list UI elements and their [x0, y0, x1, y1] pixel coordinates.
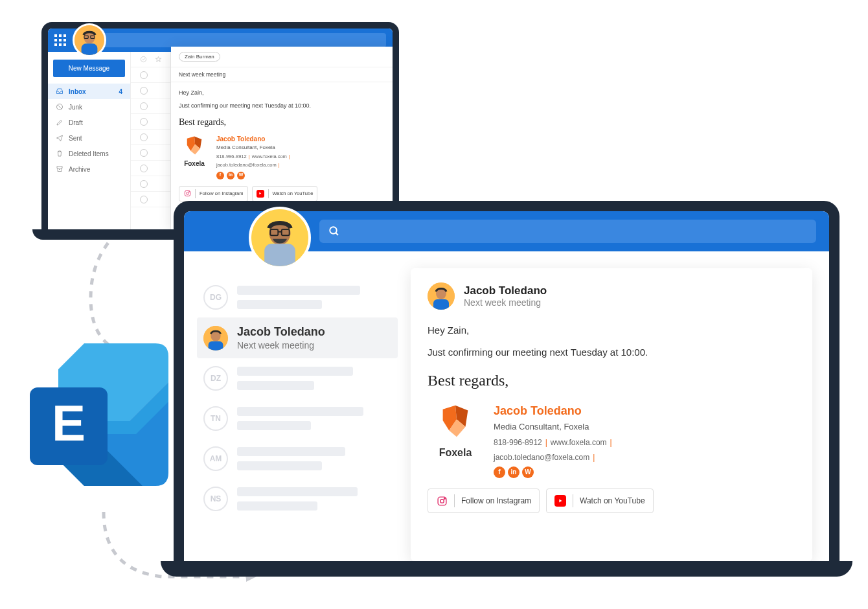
svg-rect-20: [209, 341, 223, 350]
svg-rect-23: [433, 299, 449, 310]
signature-email[interactable]: jacob.toledano@foxela.com: [494, 453, 589, 462]
list-row[interactable]: [131, 161, 170, 176]
signature-website[interactable]: www.foxela.com: [551, 438, 607, 447]
facebook-icon[interactable]: f: [494, 466, 505, 478]
avatar-placeholder: AM: [203, 446, 228, 471]
svg-point-7: [141, 56, 146, 62]
recipient-chip[interactable]: Zain Burman: [179, 52, 220, 62]
search-input[interactable]: [319, 220, 816, 243]
signature-contact-row: 818-996-8912|www.foxela.com|: [494, 437, 615, 449]
compose-body[interactable]: Hey Zain, Just confirming our meeting ne…: [171, 82, 393, 208]
list-row[interactable]: [131, 130, 170, 145]
list-header: [131, 52, 170, 67]
inbox-icon: [56, 87, 63, 95]
cta-label: Watch on YouTube: [580, 495, 645, 507]
linkedin-icon[interactable]: in: [227, 172, 234, 179]
signature-contact-row: 818-996-8912|www.foxela.com|: [216, 153, 292, 160]
sidebar-item-junk[interactable]: Junk: [48, 99, 130, 115]
sidebar-label: Deleted Items: [69, 150, 109, 157]
sidebar-label: Archive: [69, 166, 90, 173]
youtube-icon: [258, 191, 262, 196]
cta-label: Follow on Instagram: [461, 495, 531, 507]
apps-grid-icon[interactable]: [54, 34, 66, 46]
sidebar-item-archive[interactable]: Archive: [48, 161, 130, 177]
sidebar-label: Junk: [69, 104, 82, 111]
body-line: Just confirming our meeting next Tuesday…: [179, 102, 385, 111]
body-greeting: Hey Zain,: [428, 323, 795, 338]
signature-title: Media Consultant, Foxela: [494, 420, 615, 434]
email-signature: Foxela Jacob Toledano Media Consultant, …: [179, 134, 385, 179]
signature-signoff: Best regards,: [428, 368, 795, 393]
sidebar-item-draft[interactable]: Draft: [48, 115, 130, 130]
list-item[interactable]: DZ: [197, 358, 398, 398]
svg-rect-13: [82, 43, 98, 55]
sidebar-item-sent[interactable]: Sent: [48, 130, 130, 146]
from-subject: Next week meeting: [464, 297, 547, 308]
reading-pane: Jacob Toledano Next week meeting Hey Zai…: [404, 251, 829, 561]
youtube-cta-button[interactable]: Watch on YouTube: [546, 488, 654, 513]
svg-point-26: [444, 498, 445, 500]
svg-line-17: [336, 233, 338, 235]
instagram-cta-button[interactable]: Follow on Instagram: [179, 186, 248, 201]
body-greeting: Hey Zain,: [179, 89, 385, 98]
check-circle-icon[interactable]: [140, 56, 147, 63]
folder-sidebar: New Message Inbox 4 Junk Draft Sent: [48, 52, 131, 229]
archive-icon: [56, 165, 63, 173]
sidebar-label: Sent: [69, 135, 82, 142]
foxela-logo-icon: [435, 402, 475, 442]
sidebar-item-deleted[interactable]: Deleted Items: [48, 146, 130, 161]
instagram-icon: [437, 496, 448, 507]
sender-avatar: [203, 326, 228, 350]
list-row[interactable]: [131, 176, 170, 192]
instagram-cta-button[interactable]: Follow on Instagram: [428, 488, 540, 513]
svg-rect-29: [264, 244, 295, 266]
sidebar-label: Draft: [69, 119, 83, 126]
linkedin-icon[interactable]: in: [508, 466, 520, 478]
email-signature: Foxela Jacob Toledano Media Consultant, …: [428, 402, 795, 478]
wordpress-icon[interactable]: W: [522, 466, 534, 478]
signature-website[interactable]: www.foxela.com: [252, 154, 287, 159]
draft-icon: [56, 119, 63, 126]
sidebar-label: Inbox: [69, 88, 86, 95]
list-item[interactable]: AM: [197, 439, 398, 479]
svg-point-16: [330, 227, 337, 234]
list-item-selected[interactable]: Jacob Toledano Next week meeting: [197, 317, 398, 358]
list-item[interactable]: TN: [197, 398, 398, 439]
sender-avatar: [428, 282, 455, 310]
trash-icon: [56, 150, 63, 157]
signature-phone: 818-996-8912: [494, 438, 542, 447]
list-item[interactable]: NS: [197, 479, 398, 519]
message-body: Hey Zain, Just confirming our meeting ne…: [428, 323, 795, 513]
avatar-placeholder: DG: [203, 285, 228, 310]
wordpress-icon[interactable]: W: [237, 172, 245, 179]
cta-buttons: Follow on Instagram Watch on YouTube: [428, 488, 795, 513]
sent-icon: [56, 134, 63, 142]
message-header: Jacob Toledano Next week meeting: [428, 282, 795, 310]
svg-point-9: [186, 192, 188, 195]
list-row[interactable]: [131, 145, 170, 161]
signature-email-row: jacob.toledano@foxela.com|: [216, 161, 292, 168]
avatar-placeholder: TN: [203, 406, 228, 431]
svg-point-25: [440, 500, 444, 503]
list-row[interactable]: [131, 192, 170, 207]
search-input[interactable]: [82, 33, 386, 47]
sidebar-item-inbox[interactable]: Inbox 4: [48, 84, 130, 99]
new-message-button[interactable]: New Message: [53, 60, 125, 77]
facebook-icon[interactable]: f: [216, 172, 224, 179]
list-row[interactable]: [131, 83, 170, 98]
to-field[interactable]: Zain Burman: [171, 47, 393, 67]
youtube-cta-button[interactable]: Watch on YouTube: [252, 186, 318, 201]
signature-signoff: Best regards,: [179, 115, 385, 129]
cta-label: Follow on Instagram: [200, 190, 244, 197]
signature-brand: Foxela: [439, 444, 472, 461]
search-icon: [328, 225, 340, 237]
instagram-icon: [184, 190, 191, 197]
avatar-placeholder: NS: [203, 487, 228, 511]
list-row[interactable]: [131, 114, 170, 130]
signature-email[interactable]: jacob.toledano@foxela.com: [216, 162, 277, 168]
list-row[interactable]: [131, 98, 170, 114]
subject-field[interactable]: Next week meeting: [171, 67, 393, 82]
list-item[interactable]: DG: [197, 277, 398, 317]
star-icon[interactable]: [155, 56, 162, 63]
list-row[interactable]: [131, 67, 170, 83]
